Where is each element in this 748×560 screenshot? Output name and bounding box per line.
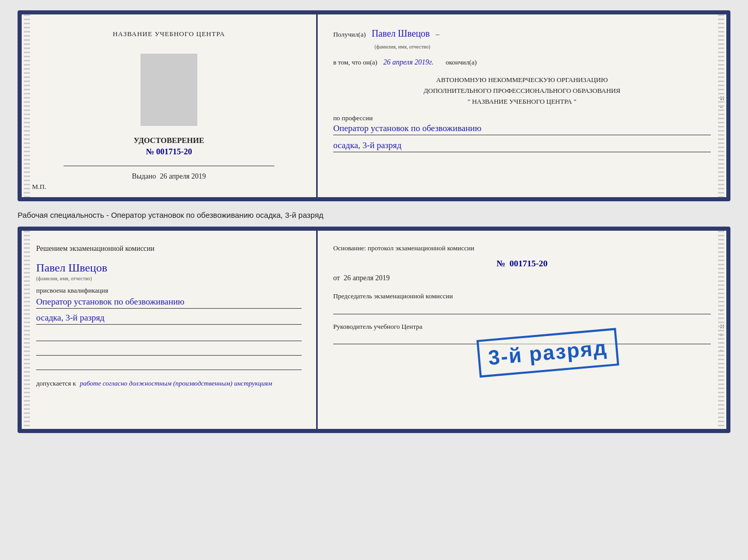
certificate-document: НАЗВАНИЕ УЧЕБНОГО ЦЕНТРА УДОСТОВЕРЕНИЕ №… bbox=[18, 10, 730, 201]
cert-vydano: Выдано 26 апреля 2019 bbox=[132, 172, 206, 181]
cert-school-title: НАЗВАНИЕ УЧЕБНОГО ЦЕНТРА bbox=[113, 30, 225, 38]
cert-right-panel: Получил(а) Павел Швецов – (фамилия, имя,… bbox=[318, 14, 726, 197]
vydano-label: Выдано bbox=[132, 172, 156, 180]
cert-number-prefix: № bbox=[146, 147, 154, 156]
po-professii-label: по профессии bbox=[333, 114, 711, 122]
proto-dopusk: допускается к работе согласно должностны… bbox=[36, 378, 302, 389]
vtom-date: 26 апреля 2019г. bbox=[383, 58, 433, 66]
proto-sign-lines bbox=[36, 332, 302, 370]
org-line1: АВТОНОМНУЮ НЕКОММЕРЧЕСКУЮ ОРГАНИЗАЦИЮ bbox=[333, 75, 711, 86]
vtom-label: в том, что он(а) bbox=[333, 58, 378, 66]
proto-chairman-sign-block bbox=[333, 305, 711, 314]
cert-poluchil-row: Получил(а) Павел Швецов – (фамилия, имя,… bbox=[333, 27, 711, 52]
cert-vtom-row: в том, что он(а) 26 апреля 2019г. окончи… bbox=[333, 57, 711, 68]
cert-line1 bbox=[64, 166, 274, 166]
cert-photo bbox=[141, 54, 197, 126]
dopusk-text: работе согласно должностным (производств… bbox=[80, 379, 272, 387]
cert-doc-title: УДОСТОВЕРЕНИЕ bbox=[134, 136, 205, 145]
profession-block: по профессии Оператор установок по обезв… bbox=[333, 114, 711, 152]
cert-mp-label: М.П. bbox=[32, 183, 46, 191]
proto-ot-label: от bbox=[333, 274, 340, 282]
proto-date-value: 26 апреля 2019 bbox=[344, 274, 389, 282]
page-wrapper: НАЗВАНИЕ УЧЕБНОГО ЦЕНТРА УДОСТОВЕРЕНИЕ №… bbox=[18, 10, 730, 433]
proto-right-decoration bbox=[718, 231, 724, 429]
profession-line1: Оператор установок по обезвоживанию bbox=[333, 123, 711, 135]
cert-left-panel: НАЗВАНИЕ УЧЕБНОГО ЦЕНТРА УДОСТОВЕРЕНИЕ №… bbox=[22, 14, 318, 197]
proto-kvali-line2: осадка, 3-й разряд bbox=[36, 313, 302, 325]
proto-kvali-line1: Оператор установок по обезвоживанию bbox=[36, 297, 302, 309]
sign-line-1 bbox=[36, 332, 302, 341]
proto-number: № 001715-20 bbox=[333, 259, 711, 269]
proto-ot-date: от 26 апреля 2019 bbox=[333, 274, 711, 282]
poluchil-dash: – bbox=[436, 30, 440, 38]
chairman-sign-line bbox=[333, 305, 711, 314]
sign-line-2 bbox=[36, 346, 302, 356]
org-line2: ДОПОЛНИТЕЛЬНОГО ПРОФЕССИОНАЛЬНОГО ОБРАЗО… bbox=[333, 86, 711, 97]
cert-doc-number: № 001715-20 bbox=[146, 147, 192, 156]
specialty-text: Рабочая специальность - Оператор установ… bbox=[18, 211, 730, 219]
proto-chairman-label: Председатель экзаменационной комиссии bbox=[333, 292, 711, 301]
cert-number-value: 001715-20 bbox=[156, 147, 192, 156]
proto-ruk-label: Руководитель учебного Центра bbox=[333, 323, 711, 331]
org-line3: " НАЗВАНИЕ УЧЕБНОГО ЦЕНТРА " bbox=[333, 97, 711, 107]
poluchil-label: Получил(а) bbox=[333, 30, 366, 38]
right-decoration bbox=[718, 14, 724, 197]
proto-num-prefix: № bbox=[496, 259, 505, 268]
dopusk-label: допускается к bbox=[36, 379, 76, 387]
proto-osnov-heading: Основание: протокол экзаменационной коми… bbox=[333, 243, 711, 253]
proto-num-value: 001715-20 bbox=[509, 259, 548, 268]
vydano-date: 26 апреля 2019 bbox=[160, 172, 206, 180]
proto-name: Павел Швецов bbox=[36, 261, 302, 275]
okonchil-label: окончил(а) bbox=[446, 58, 477, 66]
protocol-document: Решением экзаменационной комиссии Павел … bbox=[18, 227, 730, 433]
profession-line2: осадка, 3-й разряд bbox=[333, 140, 711, 152]
proto-left-panel: Решением экзаменационной комиссии Павел … bbox=[22, 231, 318, 429]
sign-line-3 bbox=[36, 361, 302, 370]
proto-heading: Решением экзаменационной комиссии bbox=[36, 243, 302, 254]
stamp-text: 3-й разряд bbox=[487, 336, 608, 370]
fio-subtitle: (фамилия, имя, отчество) bbox=[375, 44, 430, 50]
poluchil-name: Павел Швецов bbox=[372, 28, 430, 39]
proto-right-panel: Основание: протокол экзаменационной коми… bbox=[318, 231, 726, 429]
cert-org-block: АВТОНОМНУЮ НЕКОММЕРЧЕСКУЮ ОРГАНИЗАЦИЮ ДО… bbox=[333, 75, 711, 107]
proto-kvali-label: присвоена квалификация bbox=[36, 286, 302, 295]
proto-name-subtitle: (фамилия, имя, отчество) bbox=[36, 276, 302, 281]
